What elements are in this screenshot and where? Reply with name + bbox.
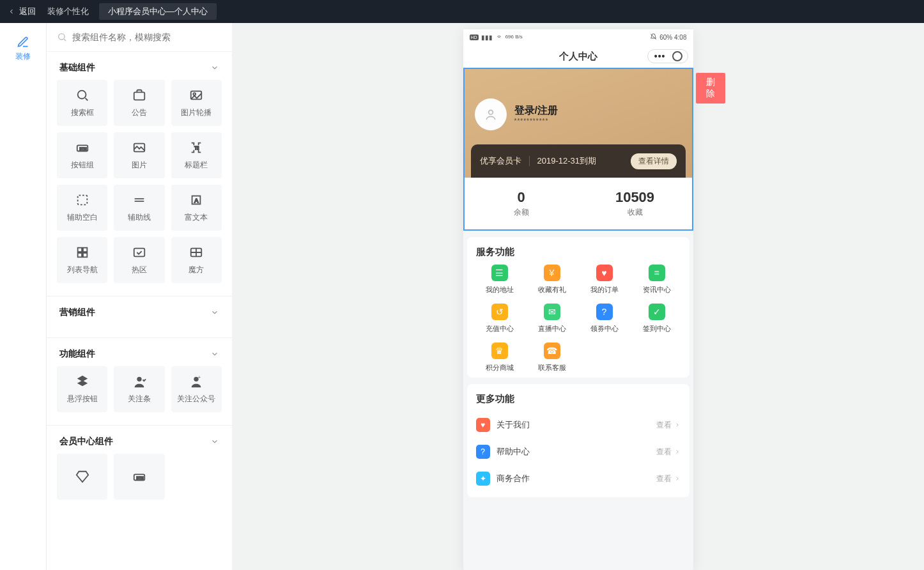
tile-icon: + (189, 374, 203, 389)
tile-icon (75, 245, 89, 259)
service-label: 我的订单 (590, 285, 619, 295)
stat-favorites[interactable]: 10509 收藏 (578, 189, 692, 218)
component-tile[interactable]: 搜索框 (57, 80, 107, 126)
group-marketing[interactable]: 营销组件 (57, 297, 222, 325)
service-icon: ↺ (491, 304, 508, 320)
view-detail-button[interactable]: 查看详情 (631, 153, 677, 169)
more-row[interactable]: ?帮助中心查看 (474, 438, 683, 465)
group-title: 基础组件 (59, 62, 95, 73)
component-tile[interactable]: 悬浮按钮 (57, 366, 107, 412)
avatar[interactable] (475, 98, 507, 130)
back-label: 返回 (19, 6, 36, 17)
component-tile[interactable]: A富文本 (171, 185, 222, 231)
component-tile[interactable]: 热区 (114, 237, 164, 283)
btn-icon: BTN (132, 470, 146, 484)
svg-point-4 (194, 93, 196, 95)
back-button[interactable]: 返回 (8, 6, 36, 17)
close-ring-icon[interactable] (672, 51, 682, 61)
svg-text:BTN: BTN (136, 476, 143, 480)
svg-rect-16 (134, 248, 145, 256)
row-action[interactable]: 查看 (656, 420, 681, 431)
rail-tab-decorate[interactable]: 装修 (0, 32, 46, 66)
service-item[interactable]: ♛积分商城 (474, 343, 526, 373)
component-tile[interactable]: 魔方 (171, 237, 222, 283)
service-item[interactable]: ↺充值中心 (474, 304, 526, 334)
component-tile[interactable]: BTN按钮组 (57, 132, 107, 178)
component-tile[interactable] (57, 454, 107, 500)
bell-off-icon (650, 33, 657, 42)
tile-icon (189, 88, 203, 102)
service-item[interactable]: ✉直播中心 (526, 304, 578, 334)
rail-tab-label: 装修 (15, 51, 31, 62)
search-input[interactable] (72, 32, 222, 42)
group-function[interactable]: 功能组件 (57, 338, 222, 366)
service-item[interactable]: ?领券中心 (578, 304, 631, 334)
row-action[interactable]: 查看 (656, 447, 681, 458)
component-tile[interactable]: BTN (114, 454, 164, 500)
service-icon: ☎ (544, 343, 560, 359)
more-icon[interactable]: ••• (651, 51, 670, 61)
arrow-left-icon (8, 8, 15, 15)
vip-name: 优享会员卡 (480, 155, 521, 167)
component-tile[interactable]: 辅助空白 (57, 185, 107, 231)
svg-text:+: + (198, 374, 201, 380)
stat-balance[interactable]: 0 余额 (465, 189, 578, 218)
service-label: 我的地址 (486, 285, 514, 295)
group-member[interactable]: 会员中心组件 (57, 426, 222, 454)
stat-num: 10509 (578, 189, 692, 206)
miniprogram-capsule[interactable]: ••• (647, 49, 688, 63)
service-item[interactable]: ¥收藏有礼 (526, 265, 578, 295)
svg-rect-12 (77, 247, 81, 251)
svg-text:Tit: Tit (195, 145, 199, 150)
service-item[interactable]: ☰我的地址 (474, 265, 526, 295)
services-panel: 服务功能 ☰我的地址¥收藏有礼♥我的订单≡资讯中心↺充值中心✉直播中心?领券中心… (467, 237, 689, 378)
component-tile[interactable]: 列表导航 (57, 237, 107, 283)
component-tile[interactable]: 辅助线 (114, 185, 164, 231)
service-icon: ≡ (649, 265, 665, 281)
delete-button[interactable]: 删除 (696, 73, 725, 104)
component-tile[interactable]: +关注公众号 (171, 366, 222, 412)
service-icon: ✉ (544, 304, 560, 320)
service-item[interactable]: ≡资讯中心 (631, 265, 683, 295)
chevron-down-icon (210, 63, 219, 72)
tile-icon: BTN (75, 141, 89, 155)
row-action[interactable]: 查看 (656, 474, 681, 484)
member-card-block[interactable]: 删除 登录/注册 *********** 优享会员卡 2019-12-31到期 … (463, 68, 693, 231)
service-label: 收藏有礼 (538, 285, 566, 295)
tile-label: 关注条 (128, 394, 151, 404)
chevron-down-icon (210, 308, 219, 317)
stats-row: 0 余额 10509 收藏 (465, 178, 692, 229)
net-speed: 696 B/s (505, 35, 523, 40)
login-register-link[interactable]: 登录/注册 (514, 104, 558, 118)
component-tile[interactable]: 公告 (114, 80, 164, 126)
tile-label: 魔方 (189, 265, 204, 275)
more-row[interactable]: ✦商务合作查看 (474, 465, 683, 492)
component-tile[interactable]: Tit标题栏 (171, 132, 222, 178)
phone-mask: *********** (514, 118, 558, 125)
group-title: 会员中心组件 (59, 436, 113, 447)
left-rail: 装修 (0, 23, 47, 570)
panel-title: 服务功能 (474, 246, 683, 258)
row-icon: ♥ (476, 418, 490, 432)
service-item[interactable]: ✓签到中心 (631, 304, 683, 334)
chevron-down-icon (210, 350, 219, 358)
component-tile[interactable]: 图片轮播 (171, 80, 222, 126)
group-title: 功能组件 (59, 348, 95, 360)
component-tile[interactable]: 图片 (114, 132, 164, 178)
tile-icon (132, 88, 146, 102)
tile-icon (132, 374, 146, 389)
more-row[interactable]: ♥关于我们查看 (474, 412, 683, 438)
svg-rect-9 (77, 195, 87, 204)
service-icon: ✓ (649, 304, 665, 320)
tile-icon (189, 245, 203, 259)
component-tile[interactable]: 关注条 (114, 366, 164, 412)
service-item[interactable]: ☎联系客服 (526, 343, 578, 373)
chevron-right-icon (674, 422, 681, 428)
vip-bar[interactable]: 优享会员卡 2019-12-31到期 查看详情 (471, 144, 686, 178)
service-item[interactable]: ♥我的订单 (578, 265, 631, 295)
tile-label: 标题栏 (185, 160, 208, 171)
stat-label: 余额 (465, 207, 578, 218)
group-basic[interactable]: 基础组件 (57, 52, 222, 80)
svg-point-1 (77, 90, 86, 98)
tile-label: 辅助线 (128, 212, 151, 223)
